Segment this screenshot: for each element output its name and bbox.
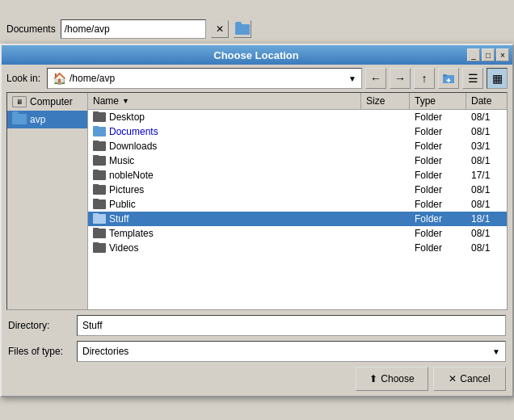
grid-view-button[interactable]: ▦ xyxy=(487,68,508,89)
size-column-header[interactable]: Size xyxy=(361,93,410,109)
file-date: 08/1 xyxy=(466,242,507,254)
forward-button[interactable]: → xyxy=(390,68,411,89)
sidebar: 🖥 Computer avp xyxy=(7,93,88,309)
file-type: Folder xyxy=(410,155,466,166)
file-list-body: DesktopFolder08/1DocumentsFolder08/1Down… xyxy=(88,110,507,309)
file-date: 03/1 xyxy=(466,141,507,152)
file-date: 08/1 xyxy=(466,155,507,166)
list-view-button[interactable]: ☰ xyxy=(462,68,483,89)
bg-docs-bar: Documents /home/avp ✕ xyxy=(0,15,514,44)
directory-input[interactable] xyxy=(77,315,506,336)
folder-icon xyxy=(93,229,106,238)
new-folder-icon xyxy=(442,72,455,85)
folder-icon xyxy=(93,156,106,166)
titlebar-controls: _ □ × xyxy=(467,48,509,61)
button-row: ⬆ Choose ✕ Cancel xyxy=(8,367,506,391)
choose-upload-icon: ⬆ xyxy=(369,373,377,384)
file-date: 08/1 xyxy=(466,199,507,210)
choose-label: Choose xyxy=(381,373,414,384)
sidebar-item-avp-label: avp xyxy=(30,114,45,125)
close-button[interactable]: × xyxy=(496,48,509,61)
sidebar-item-computer[interactable]: 🖥 Computer xyxy=(7,93,87,111)
files-of-type-label: Files of type: xyxy=(8,346,77,357)
bg-docs-label: Documents xyxy=(6,23,56,35)
file-name: Desktop xyxy=(109,111,145,123)
file-name: Pictures xyxy=(109,184,144,195)
files-of-type-value: Directories xyxy=(82,346,492,357)
directory-label: Directory: xyxy=(8,320,77,331)
svg-rect-2 xyxy=(443,74,447,77)
table-row[interactable]: PublicFolder08/1 xyxy=(88,197,507,212)
file-type: Folder xyxy=(410,228,466,239)
table-row[interactable]: PicturesFolder08/1 xyxy=(88,183,507,197)
cancel-label: Cancel xyxy=(460,373,490,384)
type-column-header[interactable]: Type xyxy=(410,93,466,109)
folder-icon xyxy=(93,214,106,224)
maximize-button[interactable]: □ xyxy=(482,48,495,61)
file-date: 08/1 xyxy=(466,126,507,137)
choose-location-dialog: Choose Location _ □ × Look in: 🏠 /home/a… xyxy=(0,44,514,397)
folder-icon xyxy=(93,141,106,151)
file-type: Folder xyxy=(410,184,466,195)
folder-icon xyxy=(93,185,106,195)
file-type: Folder xyxy=(410,111,466,123)
file-type: Folder xyxy=(410,170,466,181)
dialog-titlebar: Choose Location _ □ × xyxy=(2,45,512,65)
file-name: Public xyxy=(109,199,136,210)
dropdown-arrow-icon: ▼ xyxy=(348,74,356,83)
name-column-header[interactable]: Name ▼ xyxy=(88,93,361,109)
sidebar-item-computer-label: Computer xyxy=(30,96,73,107)
table-row[interactable]: DesktopFolder08/1 xyxy=(88,110,507,124)
back-button[interactable]: ← xyxy=(365,68,386,89)
toolbar-row: Look in: 🏠 /home/avp ▼ ← → ↑ ☰ ▦ xyxy=(2,65,512,92)
table-row[interactable]: TemplatesFolder08/1 xyxy=(88,226,507,241)
name-sort-icon: ▼ xyxy=(122,97,129,105)
file-name: nobleNote xyxy=(109,170,154,181)
home-icon: 🏠 xyxy=(53,72,66,85)
bg-docs-input[interactable]: /home/avp xyxy=(61,19,206,39)
files-of-type-row: Files of type: Directories ▼ xyxy=(8,341,506,362)
file-type: Folder xyxy=(410,141,466,152)
cancel-button[interactable]: ✕ Cancel xyxy=(433,367,506,391)
minimize-button[interactable]: _ xyxy=(467,48,480,61)
look-in-dropdown[interactable]: 🏠 /home/avp ▼ xyxy=(47,68,362,89)
date-column-header[interactable]: Date xyxy=(466,93,507,109)
file-date: 08/1 xyxy=(466,111,507,123)
folder-icon xyxy=(93,112,106,122)
file-date: 17/1 xyxy=(466,170,507,181)
dialog-title: Choose Location xyxy=(45,49,467,61)
table-row[interactable]: DownloadsFolder03/1 xyxy=(88,139,507,153)
table-row[interactable]: VideosFolder08/1 xyxy=(88,241,507,255)
computer-icon: 🖥 xyxy=(12,96,27,107)
file-list-header: Name ▼ Size Type Date xyxy=(88,93,507,110)
file-type: Folder xyxy=(410,213,466,225)
bg-docs-folder-button[interactable] xyxy=(234,20,251,38)
folder-icon xyxy=(93,200,106,209)
folder-icon xyxy=(93,243,106,253)
table-row[interactable]: MusicFolder08/1 xyxy=(88,153,507,168)
files-of-type-dropdown[interactable]: Directories ▼ xyxy=(77,341,506,362)
file-list-area: Name ▼ Size Type Date DesktopFolder08/1D… xyxy=(88,93,507,309)
file-name: Stuff xyxy=(109,213,128,225)
folder-icon xyxy=(93,170,106,180)
directory-row: Directory: xyxy=(8,315,506,336)
table-row[interactable]: StuffFolder18/1 xyxy=(88,212,507,226)
choose-button[interactable]: ⬆ Choose xyxy=(356,367,428,391)
up-button[interactable]: ↑ xyxy=(414,68,435,89)
folder-icon xyxy=(93,127,106,136)
file-type: Folder xyxy=(410,126,466,137)
file-name: Templates xyxy=(109,228,154,239)
bg-docs-clear-button[interactable]: ✕ xyxy=(211,20,229,38)
file-date: 08/1 xyxy=(466,228,507,239)
sidebar-item-avp[interactable]: avp xyxy=(7,111,87,128)
folder-icon xyxy=(235,24,250,35)
file-name: Videos xyxy=(109,242,138,254)
table-row[interactable]: DocumentsFolder08/1 xyxy=(88,124,507,139)
bottom-area: Directory: Files of type: Directories ▼ … xyxy=(2,310,512,396)
file-type: Folder xyxy=(410,199,466,210)
new-folder-button[interactable] xyxy=(438,68,459,89)
folder-icon xyxy=(12,114,27,124)
table-row[interactable]: nobleNoteFolder17/1 xyxy=(88,168,507,183)
look-in-label: Look in: xyxy=(6,73,40,84)
look-in-path: /home/avp xyxy=(70,73,348,84)
